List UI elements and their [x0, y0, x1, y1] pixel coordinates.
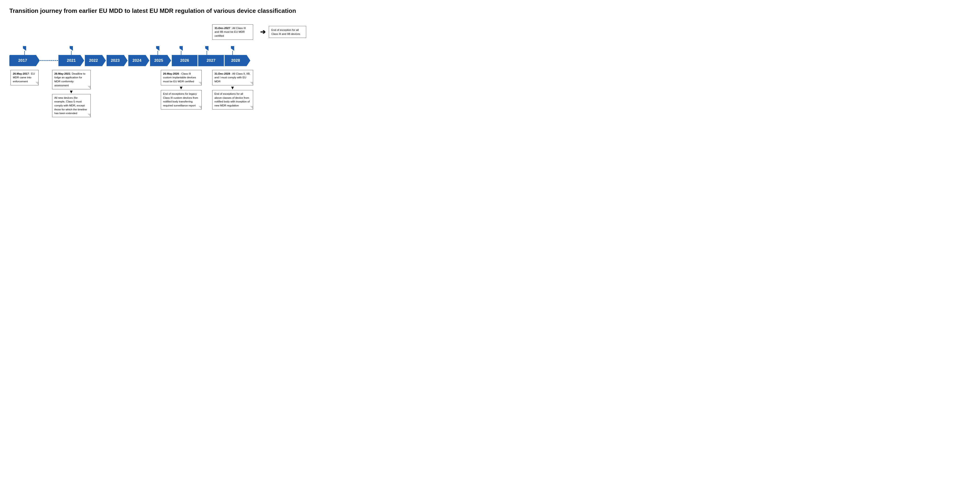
flag-triangle-2017 [23, 46, 26, 51]
arrow-right-icon: ➔ [260, 28, 266, 36]
arrows-row: 2017 2021 2022 2023 2024 2025 2026 2027 … [10, 55, 318, 66]
flag-triangle-2025 [156, 46, 159, 51]
flag-2017 [23, 46, 26, 55]
dashed-connector [40, 60, 59, 61]
text-2026-bottom: End of exceptions for legacy Class III c… [163, 92, 198, 107]
date-2026: 26-May-2026 [163, 72, 179, 75]
year-arrow-2022: 2022 [85, 55, 106, 66]
date-2017: 26-May-2017 [13, 72, 29, 75]
arrow-down-2021: ▼ [69, 89, 74, 94]
flag-2021 [70, 46, 73, 55]
flag-pole-2017 [24, 51, 25, 55]
date-dec2027: 31-Dec-2027 [215, 27, 230, 29]
note-box-exception-class3-iib: End of exception for all Class III and I… [269, 26, 306, 38]
flag-triangle-2027 [205, 46, 208, 51]
flag-2027 [205, 46, 208, 55]
flag-pole-2026 [181, 51, 181, 55]
timeline-container: 2017 2021 2022 2023 2024 2025 2026 2027 … [10, 42, 318, 117]
flag-pole-2021 [71, 51, 72, 55]
flag-pole-2027 [207, 51, 207, 55]
year-arrow-2028: 2028 [224, 55, 250, 66]
note-cell-2021: 26-May-2021: Deadline to lodge an applic… [59, 68, 84, 117]
year-arrow-2023: 2023 [107, 55, 127, 66]
date-2028: 31-Dec-2028 [215, 72, 230, 75]
note-cell-2028: 31-Dec-2028 : All Class II, IIB, and I m… [220, 68, 245, 110]
flag-cell-2027 [194, 46, 220, 55]
flag-pole-2028 [232, 51, 233, 55]
year-arrow-2026: 2026 [172, 55, 197, 66]
flag-cell-2017 [10, 46, 40, 55]
note-cell-2026: 26-May-2026 : Class III custom implantab… [168, 68, 194, 110]
flag-cell-2026 [168, 46, 194, 55]
page-title: Transition journey from earlier EU MDD t… [10, 7, 318, 15]
arrow-down-2028: ▼ [230, 85, 235, 90]
text-2021-bottom: All new devices (for example, Class I) m… [54, 96, 87, 115]
flag-2026 [180, 46, 183, 55]
year-arrow-2021: 2021 [59, 55, 84, 66]
note-box-2026-bottom: End of exceptions for legacy Class III c… [161, 90, 202, 110]
notes-row: 26-May-2017 : EU MDR came into enforceme… [10, 68, 318, 117]
flag-triangle-2028 [231, 46, 234, 51]
flags-row [10, 42, 318, 55]
flag-triangle-2021 [70, 46, 73, 51]
year-arrow-2027: 2027 [198, 55, 224, 66]
arrow-down-2026: ▼ [179, 85, 183, 90]
note-box-2026-top: 26-May-2026 : Class III custom implantab… [161, 70, 202, 85]
year-arrow-2024: 2024 [128, 55, 150, 66]
text-2028-bottom: End of exceptions for all above classes … [215, 92, 250, 107]
flag-pole-2025 [158, 51, 158, 55]
flag-cell-2028 [220, 46, 245, 55]
text-exception-class3-iib: End of exception for all Class III and I… [271, 29, 300, 35]
flag-2028 [231, 46, 234, 55]
date-2021: 26-May-2021 [54, 72, 70, 75]
flag-cell-2021 [59, 46, 84, 55]
top-notes-section: 31-Dec-2027 : All Class III and IIB must… [10, 24, 318, 40]
note-cell-2017: 26-May-2017 : EU MDR came into enforceme… [10, 68, 40, 85]
year-arrow-2025: 2025 [150, 55, 171, 66]
flag-cell-2025 [147, 46, 168, 55]
note-box-2021-bottom: All new devices (for example, Class I) m… [52, 94, 91, 117]
year-arrow-2017: 2017 [10, 55, 40, 66]
note-box-dec2027: 31-Dec-2027 : All Class III and IIB must… [212, 24, 253, 40]
flag-2025 [156, 46, 159, 55]
note-box-2017: 26-May-2017 : EU MDR came into enforceme… [11, 70, 38, 85]
note-box-2028-bottom: End of exceptions for all above classes … [212, 90, 253, 110]
note-box-2028-top: 31-Dec-2028 : All Class II, IIB, and I m… [212, 70, 253, 85]
note-box-2021-top: 26-May-2021: Deadline to lodge an applic… [52, 70, 91, 89]
flag-triangle-2026 [180, 46, 183, 51]
